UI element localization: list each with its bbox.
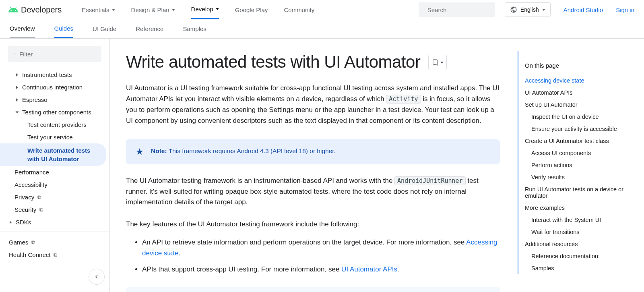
toc-ui-automator-apis[interactable]: UI Automator APIs xyxy=(525,87,626,99)
globe-icon xyxy=(510,6,517,13)
language-selector[interactable]: English xyxy=(505,2,551,17)
subnav-reference[interactable]: Reference xyxy=(136,19,163,38)
caret-right-icon xyxy=(16,86,18,89)
sidebar-item-performance[interactable]: Performance xyxy=(0,166,109,178)
nav-google-play[interactable]: Google Play xyxy=(235,0,268,19)
sidebar-item-accessibility[interactable]: Accessibility xyxy=(0,178,109,191)
sidebar-item-health-connect[interactable]: Health Connect⧉ xyxy=(0,249,109,261)
sidebar-item-instrumented-tests[interactable]: Instrumented tests xyxy=(0,68,109,81)
link-ui-automator-apis[interactable]: UI Automator APIs xyxy=(341,265,397,273)
sidebar-item-write-ui-automator[interactable]: Write automated tests with UI Automator xyxy=(0,143,106,166)
toc-additional-resources[interactable]: Additional resources xyxy=(525,238,626,250)
main-content: Write automated tests with UI Automator … xyxy=(110,39,516,292)
site-logo[interactable]: Developers xyxy=(8,4,62,15)
secondary-nav: Overview Guides UI Guide Reference Sampl… xyxy=(0,19,644,39)
sidebar-item-privacy[interactable]: Privacy⧉ xyxy=(0,191,109,203)
logo-label: Developers xyxy=(21,5,62,14)
chevron-down-icon xyxy=(542,9,545,11)
code-androidjunitrunner: AndroidJUnitRunner xyxy=(394,176,466,185)
chevron-left-icon xyxy=(93,273,100,280)
toc-ensure-activity-accessible[interactable]: Ensure your activity is accessible xyxy=(525,123,626,135)
open-in-new-icon: ⧉ xyxy=(54,252,57,258)
primary-nav: Essentials Design & Plan Develop Google … xyxy=(82,0,415,19)
nav-design-plan[interactable]: Design & Plan xyxy=(131,0,175,19)
sidebar-item-espresso[interactable]: Espresso xyxy=(0,93,109,106)
android-head-icon xyxy=(8,4,19,15)
toc-title: On this page xyxy=(525,62,626,69)
sidebar-item-test-your-service[interactable]: Test your service xyxy=(0,131,109,143)
sign-in-link[interactable]: Sign in xyxy=(616,6,634,13)
chevron-down-icon xyxy=(216,8,219,10)
left-sidebar: Instrumented tests Continuous integratio… xyxy=(0,39,110,292)
sidebar-item-testing-other-components[interactable]: Testing other components xyxy=(0,106,109,118)
sidebar-item-sdks[interactable]: SDKs xyxy=(0,216,109,228)
filter-box[interactable] xyxy=(8,46,101,62)
note-text: This framework requires Android 4.3 (API… xyxy=(167,147,336,154)
note-box-partial: ★ xyxy=(126,287,500,292)
sidebar-tree: Instrumented tests Continuous integratio… xyxy=(0,66,109,277)
caret-down-icon xyxy=(16,111,19,113)
search-box[interactable] xyxy=(419,2,495,17)
caret-right-icon xyxy=(10,221,12,224)
bookmark-icon xyxy=(431,59,439,66)
toc-verify-results[interactable]: Verify results xyxy=(525,171,626,183)
toc-create-test-class[interactable]: Create a UI Automator test class xyxy=(525,135,626,147)
paragraph: The UI Automator testing framework is an… xyxy=(126,176,500,208)
sidebar-item-security[interactable]: Security⧉ xyxy=(0,203,109,216)
toc-wait-for-transitions[interactable]: Wait for transitions xyxy=(525,226,626,238)
filter-input[interactable] xyxy=(19,51,96,58)
collapse-sidebar-button[interactable] xyxy=(89,269,105,285)
nav-community[interactable]: Community xyxy=(284,0,314,19)
bookmark-button[interactable] xyxy=(428,55,447,70)
caret-right-icon xyxy=(16,98,18,101)
note-label: Note: xyxy=(151,147,167,154)
chevron-down-icon xyxy=(112,9,115,11)
nav-develop[interactable]: Develop xyxy=(191,0,219,19)
toc-reference-documentation[interactable]: Reference documentation: xyxy=(525,250,626,262)
feature-list: An API to retrieve state information and… xyxy=(126,237,500,275)
android-studio-link[interactable]: Android Studio xyxy=(564,6,603,13)
sidebar-item-continuous-integration[interactable]: Continuous integration xyxy=(0,81,109,93)
note-box: ★ Note: This framework requires Android … xyxy=(126,139,500,164)
on-this-page-toc: On this page Accessing device state UI A… xyxy=(518,51,634,274)
chevron-down-icon xyxy=(172,9,175,11)
toc-run-tests[interactable]: Run UI Automator tests on a device or em… xyxy=(525,183,626,202)
paragraph: UI Automator is a UI testing framework s… xyxy=(126,83,500,126)
search-input[interactable] xyxy=(427,6,504,13)
toc-set-up-ui-automator[interactable]: Set up UI Automator xyxy=(525,99,626,111)
top-navigation: Developers Essentials Design & Plan Deve… xyxy=(0,0,644,19)
subnav-samples[interactable]: Samples xyxy=(183,19,206,38)
open-in-new-icon: ⧉ xyxy=(37,194,41,201)
list-item: APIs that support cross-app UI testing. … xyxy=(142,264,500,275)
filter-icon xyxy=(14,51,15,57)
toc-interact-system-ui[interactable]: Interact with the System UI xyxy=(525,214,626,226)
star-icon: ★ xyxy=(136,147,144,156)
toc-accessing-device-state[interactable]: Accessing device state xyxy=(525,75,626,87)
subnav-ui-guide[interactable]: UI Guide xyxy=(93,19,116,38)
sidebar-item-games[interactable]: Games⧉ xyxy=(0,236,109,249)
code-activity: Activity xyxy=(386,95,421,104)
paragraph: The key features of the UI Automator tes… xyxy=(126,219,500,230)
nav-essentials[interactable]: Essentials xyxy=(82,0,115,19)
caret-right-icon xyxy=(16,73,18,77)
toc-perform-actions[interactable]: Perform actions xyxy=(525,159,626,171)
toc-access-ui-components[interactable]: Access UI components xyxy=(525,147,626,159)
list-item: An API to retrieve state information and… xyxy=(142,237,500,259)
subnav-guides[interactable]: Guides xyxy=(54,19,74,38)
language-label: English xyxy=(520,6,539,13)
sidebar-item-test-content-providers[interactable]: Test content providers xyxy=(0,118,109,131)
toc-more-examples[interactable]: More examples xyxy=(525,202,626,214)
open-in-new-icon: ⧉ xyxy=(39,207,43,213)
page-title: Write automated tests with UI Automator xyxy=(126,52,420,72)
page-body: Instrumented tests Continuous integratio… xyxy=(0,39,644,292)
toc-inspect-ui[interactable]: Inspect the UI on a device xyxy=(525,111,626,123)
chevron-down-icon xyxy=(440,62,444,64)
open-in-new-icon: ⧉ xyxy=(31,239,35,246)
subnav-overview[interactable]: Overview xyxy=(10,19,35,38)
toc-samples[interactable]: Samples xyxy=(525,262,626,274)
